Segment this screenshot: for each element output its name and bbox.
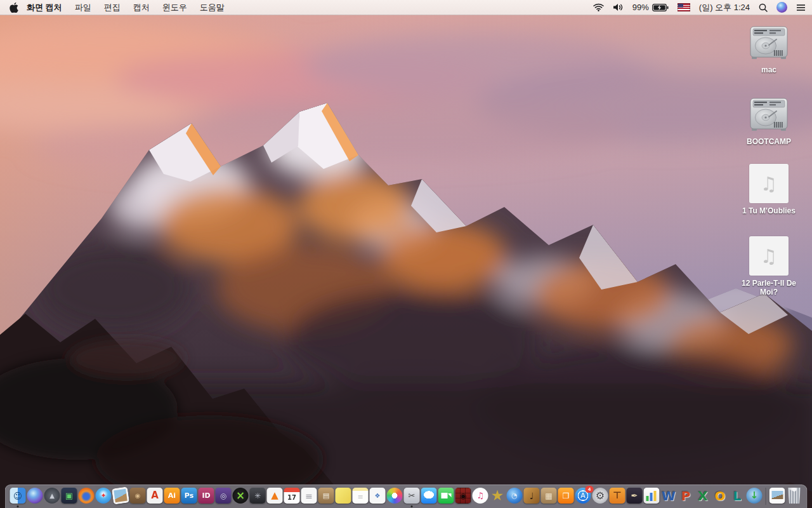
dock-stickies-icon[interactable] <box>336 488 351 504</box>
media-player-ball-glyph: ◔ <box>511 492 518 499</box>
dock-imovie-star-icon[interactable]: ★ <box>490 488 506 504</box>
dock-photo-booth-icon[interactable]: ◉ <box>455 488 471 504</box>
dock-pages-quill-icon[interactable]: ✒ <box>627 488 643 504</box>
dock-grab-screen-capture-icon[interactable]: ✂ <box>404 488 420 504</box>
disk-fan-app-glyph: ✳ <box>254 492 261 500</box>
dock-ms-lync-icon[interactable]: L <box>730 488 745 504</box>
dock-facetime-icon[interactable] <box>438 488 454 504</box>
menu-items: 파일편집캡처윈도우도움말 <box>69 2 231 13</box>
dock-contacts-icon[interactable]: ◉ <box>130 488 146 504</box>
us-flag-input-icon[interactable] <box>678 3 690 11</box>
dock-notes-icon[interactable]: ≡ <box>353 488 369 504</box>
battery-status[interactable]: 99% <box>632 3 669 12</box>
dock-photos-icon[interactable] <box>387 488 403 504</box>
dock-ms-outlook-icon[interactable]: O <box>712 488 728 504</box>
ms-word-glyph: W <box>662 490 676 502</box>
volume-icon[interactable] <box>613 3 624 11</box>
dock-siri-icon[interactable] <box>27 488 43 504</box>
dock-disk-fan-app-icon[interactable]: ✳ <box>250 488 266 504</box>
globe-downloader-glyph: ↓ <box>750 491 759 500</box>
garageband-glyph: ♩ <box>530 491 534 500</box>
notification-center-icon[interactable] <box>796 4 806 11</box>
dock-documents-seal-app-icon[interactable]: ❖ <box>370 488 386 504</box>
desktop-icon-label: 12 Parle-T-Il De Moi? <box>733 279 804 297</box>
documents-seal-app-glyph: ❖ <box>375 493 381 499</box>
desktop-icon-bootcamp-drive[interactable]: BOOTCAMP <box>747 93 791 146</box>
contacts-glyph: ◉ <box>135 493 141 499</box>
dock-archive-box-app-icon[interactable]: ▤ <box>318 488 334 504</box>
dock-system-preferences-icon[interactable]: ⚙ <box>593 488 608 504</box>
dock-corkboard-app-icon[interactable]: ▦ <box>541 488 557 504</box>
keynote-glyph: ⊤ <box>613 491 622 500</box>
menu-item-4[interactable]: 도움말 <box>200 2 225 13</box>
imovie-star-glyph: ★ <box>491 488 504 503</box>
dock-document-file-icon[interactable] <box>769 488 785 504</box>
dock-calendar-icon[interactable]: 17 <box>284 488 300 504</box>
ms-lync-glyph: L <box>733 490 742 502</box>
spotlight-search-icon[interactable] <box>759 3 768 12</box>
desktop-icon-label: mac <box>761 65 776 74</box>
dock-device-screens-icon[interactable]: ▣ <box>62 488 77 504</box>
dock-finder-icon[interactable]: ☺ <box>10 488 26 504</box>
dock-globe-downloader-icon[interactable]: ↓ <box>747 488 763 504</box>
dock-green-x-app-icon[interactable]: × <box>233 488 249 504</box>
app-store-update-badge: 4 <box>586 486 594 493</box>
dock-divider <box>766 488 766 505</box>
hard-drive-icon <box>748 93 790 134</box>
dock-media-player-ball-icon[interactable]: ◔ <box>507 488 523 504</box>
dock-keynote-icon[interactable]: ⊤ <box>610 488 625 504</box>
dock-reminders-icon[interactable]: ≡ <box>301 488 317 504</box>
dock-ibooks-icon[interactable]: ❐ <box>558 488 574 504</box>
dock-garageband-icon[interactable]: ♩ <box>524 488 540 504</box>
dock-itunes-icon[interactable]: ♫ <box>473 488 488 504</box>
audio-file-icon: ♫ <box>749 164 789 203</box>
safari-glyph: ✦ <box>100 492 106 499</box>
dock-safari-icon[interactable]: ✦ <box>96 488 112 504</box>
dock: ☺▲▣✦◉AAiPsID◎×✳▲17≡▤≡❖✂◉♫★◔♩▦❐A4⚙⊤✒WPXOL… <box>5 485 808 508</box>
dock-acrobat-reader-icon[interactable]: A <box>147 488 163 504</box>
dock-illustrator-icon[interactable]: Ai <box>164 488 180 504</box>
dock-launchpad-icon[interactable]: ▲ <box>44 488 60 504</box>
dock-ms-word-icon[interactable]: W <box>661 488 677 504</box>
desktop-icon-audio-file-1[interactable]: ♫ 1 Tu M'Oublies <box>742 164 796 215</box>
indesign-glyph: ID <box>202 492 210 499</box>
dock-photoshop-icon[interactable]: Ps <box>181 488 197 504</box>
dock-ms-powerpoint-icon[interactable]: P <box>678 488 694 504</box>
menu-item-1[interactable]: 편집 <box>104 2 121 13</box>
dock-trash-full-icon[interactable] <box>787 488 802 504</box>
menu-item-3[interactable]: 윈도우 <box>162 2 187 13</box>
dock-ms-excel-icon[interactable]: X <box>695 488 711 504</box>
desktop-icon-audio-file-2[interactable]: ♫ 12 Parle-T-Il De Moi? <box>733 236 804 297</box>
ms-powerpoint-glyph: P <box>681 490 691 502</box>
app-store-glyph: A <box>580 492 586 499</box>
apple-logo-icon <box>10 3 18 13</box>
apple-menu[interactable] <box>6 3 22 13</box>
desktop-icon-column: mac BOOTCAMP ♫ 1 Tu M'Oublies ♫ 12 Parle… <box>732 22 806 297</box>
acrobat-reader-glyph: A <box>151 491 159 500</box>
wifi-icon[interactable] <box>593 3 604 11</box>
dock-app-store-icon[interactable]: A4 <box>575 488 591 504</box>
pages-quill-glyph: ✒ <box>631 491 638 500</box>
desktop-icon-mac-drive[interactable]: mac <box>748 22 790 74</box>
dock-numbers-chart-icon[interactable] <box>644 488 660 504</box>
dock-indesign-icon[interactable]: ID <box>199 488 214 504</box>
music-note-glyph: ♫ <box>761 245 778 267</box>
notes-glyph: ≡ <box>357 491 363 500</box>
dock-preview-icon[interactable] <box>112 486 129 504</box>
menu-item-0[interactable]: 파일 <box>75 2 91 13</box>
hard-drive-icon <box>748 22 790 62</box>
dock-messages-icon[interactable] <box>421 488 437 504</box>
ms-excel-glyph: X <box>698 490 707 502</box>
reminders-glyph: ≡ <box>305 491 313 500</box>
menu-bar-clock[interactable]: (일) 오후 1:24 <box>699 2 750 13</box>
dock-firefox-icon[interactable] <box>79 488 95 504</box>
active-app-name[interactable]: 화면 캡처 <box>27 2 62 13</box>
menu-bar: 화면 캡처 파일편집캡처윈도우도움말 99% <box>0 0 812 15</box>
dock-toast-icon[interactable]: ◎ <box>216 488 232 504</box>
photo-booth-glyph: ◉ <box>460 492 466 500</box>
finder-glyph: ☺ <box>13 491 23 500</box>
menu-item-2[interactable]: 캡처 <box>133 2 150 13</box>
dock-vlc-icon[interactable]: ▲ <box>267 488 283 504</box>
desktop-icon-label: 1 Tu M'Oublies <box>742 206 796 215</box>
siri-icon[interactable] <box>776 2 787 13</box>
